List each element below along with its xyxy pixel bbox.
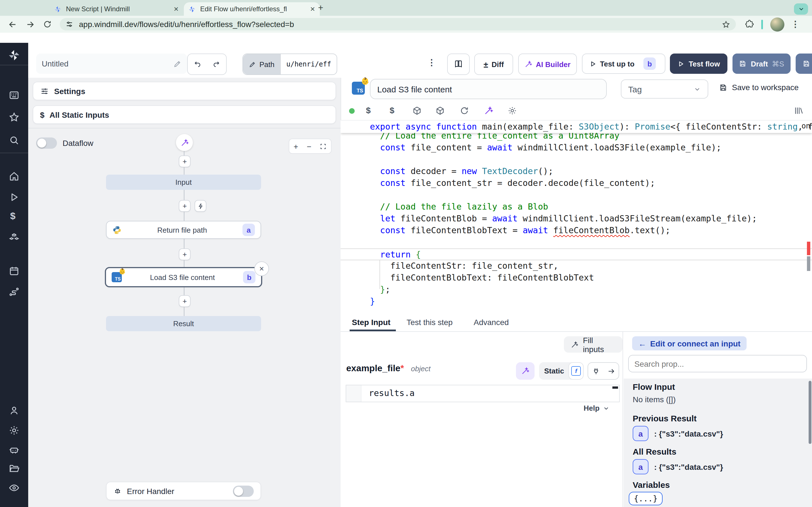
more-options-kebab-icon[interactable]: ⋮	[427, 57, 436, 68]
zoom-out-icon[interactable]: −	[307, 142, 311, 151]
resources-cubes-icon[interactable]	[8, 232, 20, 243]
dollar-icon[interactable]: $	[366, 105, 371, 115]
result-key-badge[interactable]: a	[633, 459, 649, 474]
flow-input-node[interactable]: Input	[106, 175, 261, 190]
app-grid-icon[interactable]	[8, 90, 20, 101]
edit-or-connect-button[interactable]: ← Edit or connect an input	[632, 336, 747, 350]
schedules-calendar-icon[interactable]	[8, 265, 20, 277]
add-step-button[interactable]: +	[179, 156, 191, 167]
runs-play-icon[interactable]	[8, 191, 20, 203]
all-static-inputs-card[interactable]: $ All Static Inputs	[33, 105, 336, 124]
docs-book-button[interactable]	[447, 54, 470, 75]
home-icon[interactable]	[8, 171, 20, 182]
add-step-button[interactable]: +	[179, 248, 191, 260]
audit-eye-icon[interactable]	[8, 482, 20, 494]
tab-step-input[interactable]: Step Input	[352, 313, 391, 331]
flow-name-field[interactable]: Untitled	[36, 54, 187, 74]
zoom-in-icon[interactable]: +	[294, 142, 298, 151]
ai-builder-button[interactable]: AI Builder	[518, 54, 577, 75]
static-toggle-group[interactable]: Static f	[539, 362, 583, 380]
tag-select[interactable]: Tag	[621, 79, 708, 99]
path-value[interactable]: u/henri/eff	[280, 54, 337, 74]
folders-folder-icon[interactable]	[8, 463, 20, 474]
variables-object-badge[interactable]: {...}	[629, 492, 663, 505]
dataflow-toggle[interactable]	[36, 137, 57, 149]
tab-close-icon[interactable]: ✕	[174, 5, 179, 13]
workers-robot-icon[interactable]	[8, 444, 20, 455]
settings-card[interactable]: Settings	[33, 82, 336, 100]
fit-view-icon[interactable]	[320, 143, 327, 150]
diff-button[interactable]: ± Diff	[474, 54, 513, 75]
ai-flow-wand-button[interactable]	[176, 134, 193, 151]
editor-scrollbar-thumb[interactable]	[807, 256, 810, 271]
tab-search-button[interactable]	[794, 3, 808, 15]
baby-emoji-icon: 👶	[361, 77, 369, 85]
dollar-icon[interactable]: $	[390, 105, 395, 115]
save-to-workspace-button[interactable]: Save to workspace	[719, 83, 799, 92]
add-trigger-button[interactable]	[195, 200, 206, 212]
wand-icon[interactable]	[484, 106, 493, 115]
browser-tab-inactive[interactable]: New Script | Windmill ✕	[50, 2, 183, 16]
step-b-badge: b	[243, 271, 255, 283]
bookmark-star-icon[interactable]	[722, 20, 730, 29]
site-info-icon[interactable]	[65, 20, 73, 28]
all-results-row[interactable]: a : {"s3":"data.csv"}	[633, 459, 723, 474]
add-step-button[interactable]: +	[179, 200, 191, 212]
tab-advanced[interactable]: Advanced	[474, 313, 509, 331]
add-step-button[interactable]: +	[179, 295, 191, 307]
users-person-icon[interactable]	[8, 405, 20, 416]
browser-menu-kebab-icon[interactable]: ⋮	[791, 19, 800, 29]
step-name-input[interactable]	[370, 79, 607, 99]
field-ai-wand-button[interactable]	[516, 362, 535, 380]
step-node-b-selected[interactable]: TS 👶 Load S3 file content b	[105, 267, 262, 287]
search-prop-input[interactable]	[628, 355, 807, 372]
favorites-star-icon[interactable]	[8, 112, 20, 123]
flow-result-node[interactable]: Result	[106, 316, 261, 331]
new-tab-button[interactable]: +	[318, 3, 323, 13]
redo-button[interactable]	[206, 54, 227, 75]
step-node-a[interactable]: Return file path a	[106, 221, 261, 239]
library-icon[interactable]	[794, 106, 804, 115]
expression-input[interactable]: results.a	[346, 385, 620, 402]
javascript-expr-button[interactable]: f	[569, 362, 583, 380]
avatar[interactable]	[770, 17, 784, 31]
deploy-button[interactable]: Deploy	[796, 54, 812, 74]
help-toggle[interactable]: Help	[583, 404, 610, 412]
draft-button[interactable]: Draft ⌘S	[732, 54, 791, 74]
pencil-icon[interactable]	[173, 59, 182, 68]
back-icon[interactable]	[8, 19, 17, 29]
tag-label: Tag	[628, 84, 642, 94]
flow-toolbar: Untitled Path u/henri/eff ⋮ ± Diff AI Bu…	[28, 43, 812, 78]
previous-result-row[interactable]: a : {"s3":"data.csv"}	[633, 426, 723, 441]
package-icon[interactable]	[412, 106, 422, 115]
flows-route-icon[interactable]	[8, 286, 20, 297]
refresh-icon[interactable]	[460, 106, 469, 115]
tab-test-this-step[interactable]: Test this step	[407, 313, 453, 331]
connect-input-group[interactable]	[588, 362, 619, 380]
remove-step-button[interactable]: ✕	[254, 262, 269, 276]
search-icon[interactable]	[8, 135, 20, 146]
windmill-logo[interactable]	[8, 49, 20, 61]
tab-close-icon[interactable]: ✕	[310, 5, 315, 13]
undo-button[interactable]	[187, 54, 208, 75]
path-label-segment[interactable]: Path	[243, 54, 280, 74]
error-handler-toggle[interactable]	[233, 485, 254, 497]
fill-inputs-button[interactable]: Fill inputs	[564, 336, 622, 353]
extensions-puzzle-icon[interactable]	[745, 20, 754, 29]
plus-minus-icon: ±	[484, 59, 488, 69]
gear-icon[interactable]	[507, 106, 517, 115]
browser-tab-active[interactable]: Edit Flow u/henri/effortless_fl ✕	[184, 2, 320, 16]
reload-icon[interactable]	[43, 20, 52, 29]
code-editor[interactable]: // Load the entire file_content as a Uin…	[341, 120, 812, 314]
settings-gear-icon[interactable]	[8, 425, 20, 436]
test-up-to-button[interactable]: Test up to b	[582, 54, 665, 74]
result-key-badge[interactable]: a	[633, 426, 649, 441]
test-flow-button[interactable]: Test flow	[670, 54, 727, 74]
forward-icon[interactable]	[26, 19, 35, 29]
connect-scrollbar-thumb[interactable]	[809, 381, 811, 444]
path-control[interactable]: Path u/henri/eff	[243, 54, 337, 75]
variables-dollar-icon[interactable]: $	[10, 211, 15, 222]
error-handler-card[interactable]: Error Handler	[106, 482, 261, 500]
package-icon[interactable]	[435, 106, 445, 115]
url-field[interactable]: app.windmill.dev/flows/edit/u/henri/effo…	[60, 18, 736, 31]
